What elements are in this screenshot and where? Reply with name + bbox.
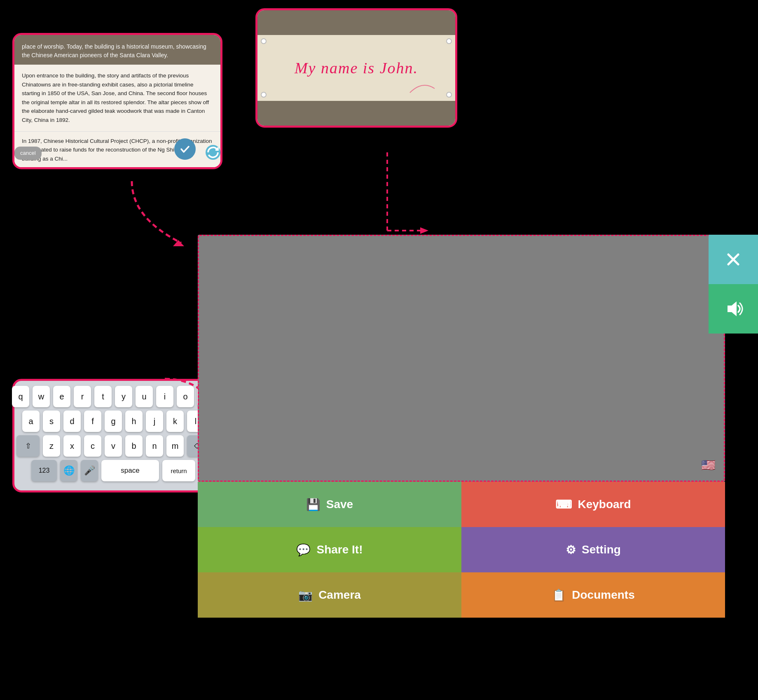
key-d[interactable]: d	[63, 411, 81, 432]
key-c[interactable]: c	[84, 435, 101, 457]
camera-button[interactable]: 📷 Camera	[198, 572, 461, 618]
handwriting-panel: My name is John.	[255, 8, 457, 128]
key-g[interactable]: g	[105, 411, 122, 432]
speaker-icon	[723, 298, 744, 320]
setting-button[interactable]: ⚙ Setting	[461, 527, 725, 572]
svg-marker-2	[420, 227, 428, 234]
keyboard-label: Keyboard	[578, 498, 631, 511]
handle-tl[interactable]	[261, 38, 267, 44]
keyboard-row-4: 123 🌐 🎤 space return	[19, 460, 208, 481]
main-app-area: 🇺🇸	[198, 235, 725, 482]
key-a[interactable]: a	[22, 411, 40, 432]
key-shift[interactable]: ⇧	[16, 435, 40, 457]
save-label: Save	[326, 498, 353, 511]
key-z[interactable]: z	[43, 435, 60, 457]
key-globe[interactable]: 🌐	[60, 460, 77, 481]
key-e[interactable]: e	[53, 386, 70, 407]
svg-marker-7	[728, 301, 737, 316]
hw-bottom-bar	[257, 101, 455, 126]
text-panel-top: place of worship. Today, the building is…	[14, 35, 220, 65]
key-return[interactable]: return	[162, 460, 195, 481]
save-icon: 💾	[306, 498, 321, 511]
key-s[interactable]: s	[43, 411, 60, 432]
key-t[interactable]: t	[94, 386, 112, 407]
refresh-button[interactable]	[206, 145, 220, 160]
keyboard-button[interactable]: ⌨ Keyboard	[461, 482, 725, 527]
keyboard-icon: ⌨	[555, 498, 572, 511]
handle-bl[interactable]	[261, 92, 267, 98]
save-button[interactable]: 💾 Save	[198, 482, 461, 527]
text-top-content: place of worship. Today, the building is…	[22, 43, 206, 58]
camera-label: Camera	[318, 588, 361, 602]
camera-icon: 📷	[298, 588, 313, 602]
key-123[interactable]: 123	[31, 460, 57, 481]
share-icon: 💬	[296, 543, 311, 557]
documents-icon: 📋	[552, 588, 566, 602]
handle-tr[interactable]	[446, 38, 452, 44]
text-panel-bottom: In 1987, Chinese Historical Cultural Pro…	[14, 131, 220, 168]
hw-writing-area: My name is John.	[257, 35, 455, 101]
speaker-button[interactable]	[709, 284, 758, 334]
setting-icon: ⚙	[566, 543, 576, 557]
key-r[interactable]: r	[74, 386, 91, 407]
key-x[interactable]: x	[63, 435, 81, 457]
key-mic[interactable]: 🎤	[81, 460, 98, 481]
text-panel-mid: Upon entrance to the building, the story…	[14, 65, 220, 131]
handle-br[interactable]	[446, 92, 452, 98]
cancel-button[interactable]: cancel	[14, 147, 42, 160]
svg-marker-3	[173, 240, 184, 246]
close-button[interactable]	[709, 235, 758, 284]
share-label: Share It!	[316, 543, 363, 556]
key-y[interactable]: y	[115, 386, 132, 407]
key-q[interactable]: q	[12, 386, 29, 407]
documents-button[interactable]: 📋 Documents	[461, 572, 725, 618]
right-sidebar	[709, 235, 758, 334]
share-button[interactable]: 💬 Share It!	[198, 527, 461, 572]
handwriting-text: My name is John.	[295, 59, 418, 77]
hw-top-bar	[257, 10, 455, 35]
documents-label: Documents	[572, 588, 634, 602]
pen-stroke	[406, 76, 439, 97]
key-f[interactable]: f	[84, 411, 101, 432]
key-v[interactable]: v	[105, 435, 122, 457]
text-mid-content: Upon entrance to the building, the story…	[22, 72, 209, 123]
key-space[interactable]: space	[101, 460, 159, 481]
key-w[interactable]: w	[33, 386, 50, 407]
flag-icon[interactable]: 🇺🇸	[699, 456, 717, 474]
setting-label: Setting	[582, 543, 621, 556]
close-icon	[723, 249, 744, 270]
bottom-buttons: 💾 Save ⌨ Keyboard 💬 Share It! ⚙ Setting …	[198, 482, 725, 618]
text-panel: place of worship. Today, the building is…	[12, 33, 222, 169]
check-button[interactable]	[174, 138, 196, 160]
